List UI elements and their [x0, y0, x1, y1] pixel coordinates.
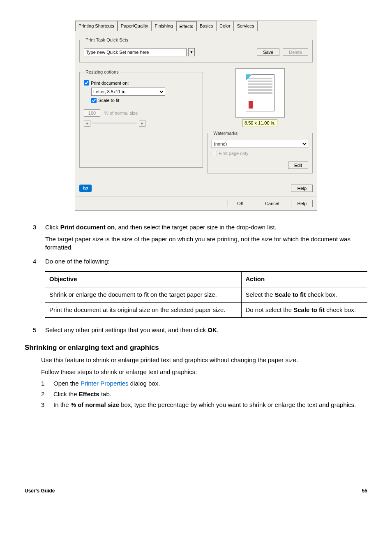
- printer-properties-link[interactable]: Printer Properties: [81, 380, 129, 387]
- scale-to-fit-label: Scale to fit: [98, 97, 119, 104]
- hp-logo-icon: hp: [79, 185, 92, 192]
- percent-input: [84, 109, 100, 117]
- th-action: Action: [241, 272, 367, 287]
- step-number: 1: [41, 379, 53, 388]
- step-number: 4: [33, 257, 45, 323]
- preview-dimensions: 8.50 x 11.00 in.: [242, 119, 277, 127]
- tab-services[interactable]: Services: [234, 21, 258, 31]
- paragraph: Use this feature to shrink or enlarge pr…: [41, 356, 367, 364]
- slider-left-icon: ◄: [84, 120, 90, 127]
- objective-table: Objective Action Shrink or enlarge the d…: [45, 271, 367, 318]
- cancel-button[interactable]: Cancel: [259, 200, 285, 207]
- paragraph: Follow these steps to shrink or enlarge …: [41, 368, 367, 376]
- step3-text-c: , and then select the target paper size …: [115, 224, 277, 231]
- footer-left: User's Guide: [25, 488, 55, 494]
- section-heading: Shrinking or enlarging text and graphics: [25, 343, 367, 353]
- table-row: Shrink or enlarge the document to fit on…: [45, 287, 241, 302]
- chevron-down-icon[interactable]: ▼: [188, 48, 195, 56]
- slider-right-icon: ►: [139, 120, 145, 127]
- table-row: Select the Scale to fit check box.: [241, 287, 367, 302]
- tab-basics[interactable]: Basics: [196, 21, 216, 31]
- tab-bar: Printing Shortcuts Paper/Quality Finishi…: [75, 21, 317, 31]
- step-number: 3: [41, 401, 53, 409]
- watermarks-legend: Watermarks: [212, 130, 239, 136]
- quick-sets-legend: Print Task Quick Sets: [84, 37, 130, 43]
- table-row: Print the document at its original size …: [45, 302, 241, 317]
- step3-text-a: Click: [45, 224, 60, 231]
- percent-slider: ◄ ►: [84, 120, 198, 127]
- print-document-on-checkbox[interactable]: [84, 80, 89, 85]
- save-button[interactable]: Save: [257, 49, 279, 56]
- page-preview: [235, 68, 285, 118]
- tab-color[interactable]: Color: [216, 21, 233, 31]
- scale-to-fit-checkbox[interactable]: [91, 98, 97, 103]
- step5-text-b: OK: [208, 326, 217, 333]
- tab-effects[interactable]: Effects: [176, 21, 196, 31]
- resizing-legend: Resizing options: [84, 69, 120, 75]
- help-button-2[interactable]: Help: [291, 200, 313, 207]
- step5-text-a: Select any other print settings that you…: [45, 326, 208, 333]
- step5-text-c: .: [217, 326, 219, 333]
- resizing-options-group: Resizing options Print document on: Lett…: [79, 69, 203, 168]
- watermark-select[interactable]: (none): [212, 140, 308, 148]
- print-dialog: Printing Shortcuts Paper/Quality Finishi…: [75, 21, 317, 211]
- watermarks-group: Watermarks (none) First page only Edit: [207, 130, 313, 174]
- quick-set-name-input[interactable]: [84, 48, 187, 56]
- th-objective: Objective: [45, 272, 241, 287]
- print-document-on-label: Print document on:: [91, 80, 129, 86]
- help-button[interactable]: Help: [291, 185, 313, 192]
- paper-size-select[interactable]: Letter, 8.5x11 in.: [91, 88, 165, 96]
- tab-printing-shortcuts[interactable]: Printing Shortcuts: [75, 21, 118, 31]
- step3-para: The target paper size is the size of the…: [45, 235, 367, 252]
- tab-finishing[interactable]: Finishing: [151, 21, 176, 31]
- percent-label: % of normal size: [104, 110, 138, 116]
- step3-text-b: Print document on: [60, 224, 115, 231]
- tab-paper-quality[interactable]: Paper/Quality: [118, 21, 152, 31]
- edit-button[interactable]: Edit: [288, 162, 308, 169]
- step-number: 2: [41, 390, 53, 398]
- step4-text: Do one of the following:: [45, 258, 110, 265]
- quick-sets-group: Print Task Quick Sets ▼ Save Delete: [79, 37, 313, 62]
- ok-button[interactable]: OK: [228, 200, 253, 207]
- footer-page-number: 55: [362, 488, 367, 494]
- step-number: 3: [33, 223, 45, 255]
- first-page-only-label: First page only: [219, 150, 248, 157]
- table-row: Do not select the Scale to fit check box…: [241, 302, 367, 317]
- step-number: 5: [33, 326, 45, 334]
- delete-button: Delete: [283, 49, 308, 56]
- first-page-only-checkbox: [212, 151, 217, 156]
